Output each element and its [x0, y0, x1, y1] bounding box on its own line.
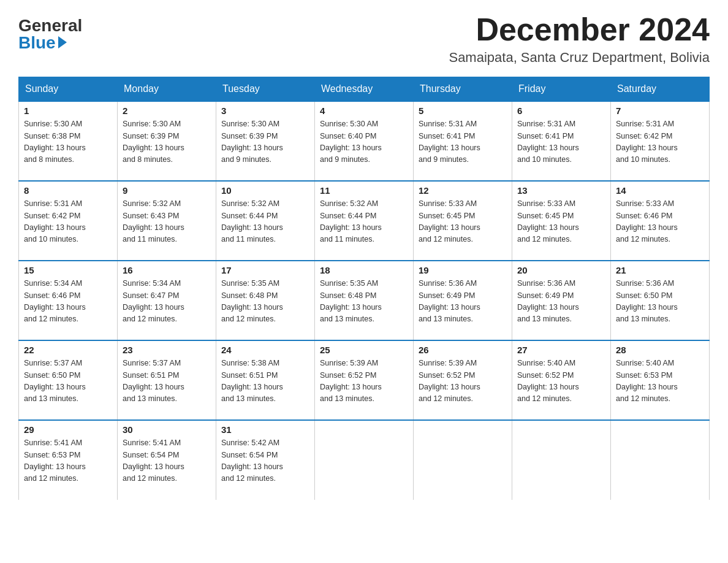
- day-number: 27: [517, 345, 605, 355]
- day-info: Sunrise: 5:30 AM Sunset: 6:39 PM Dayligh…: [123, 118, 211, 166]
- day-number: 30: [123, 424, 211, 435]
- calendar-cell: 23 Sunrise: 5:37 AM Sunset: 6:51 PM Dayl…: [118, 340, 216, 420]
- header: General Blue December 2024 Samaipata, Sa…: [18, 12, 710, 66]
- day-number: 21: [616, 265, 704, 275]
- calendar-cell: 11 Sunrise: 5:32 AM Sunset: 6:44 PM Dayl…: [315, 181, 414, 261]
- day-number: 4: [320, 105, 408, 116]
- day-number: 17: [221, 265, 309, 275]
- day-info: Sunrise: 5:35 AM Sunset: 6:48 PM Dayligh…: [320, 278, 408, 326]
- calendar-cell: 18 Sunrise: 5:35 AM Sunset: 6:48 PM Dayl…: [315, 261, 414, 340]
- calendar-week-3: 15 Sunrise: 5:34 AM Sunset: 6:46 PM Dayl…: [19, 261, 710, 340]
- day-info: Sunrise: 5:35 AM Sunset: 6:48 PM Dayligh…: [221, 278, 309, 326]
- day-number: 1: [24, 105, 112, 116]
- day-number: 22: [24, 345, 112, 355]
- calendar-week-2: 8 Sunrise: 5:31 AM Sunset: 6:42 PM Dayli…: [19, 181, 710, 261]
- day-number: 25: [320, 345, 408, 355]
- calendar-week-5: 29 Sunrise: 5:41 AM Sunset: 6:53 PM Dayl…: [19, 420, 710, 500]
- day-info: Sunrise: 5:39 AM Sunset: 6:52 PM Dayligh…: [419, 358, 507, 405]
- day-info: Sunrise: 5:40 AM Sunset: 6:52 PM Dayligh…: [517, 358, 605, 405]
- day-number: 29: [24, 424, 112, 435]
- day-number: 11: [320, 185, 408, 196]
- calendar-cell: [611, 420, 710, 500]
- calendar-week-4: 22 Sunrise: 5:37 AM Sunset: 6:50 PM Dayl…: [19, 340, 710, 420]
- calendar-cell: [414, 420, 512, 500]
- day-info: Sunrise: 5:33 AM Sunset: 6:46 PM Dayligh…: [616, 198, 704, 246]
- calendar-header-sunday: Sunday: [19, 77, 118, 102]
- day-number: 19: [419, 265, 507, 275]
- logo-triangle-icon: [58, 36, 67, 48]
- day-number: 3: [221, 105, 309, 116]
- calendar-header-saturday: Saturday: [611, 77, 710, 102]
- day-number: 10: [221, 185, 309, 196]
- day-info: Sunrise: 5:31 AM Sunset: 6:42 PM Dayligh…: [24, 198, 112, 246]
- day-number: 5: [419, 105, 507, 116]
- calendar-cell: 14 Sunrise: 5:33 AM Sunset: 6:46 PM Dayl…: [611, 181, 710, 261]
- calendar-cell: 31 Sunrise: 5:42 AM Sunset: 6:54 PM Dayl…: [216, 420, 315, 500]
- calendar-cell: 8 Sunrise: 5:31 AM Sunset: 6:42 PM Dayli…: [19, 181, 118, 261]
- day-number: 2: [123, 105, 211, 116]
- calendar-cell: 25 Sunrise: 5:39 AM Sunset: 6:52 PM Dayl…: [315, 340, 414, 420]
- calendar-cell: [315, 420, 414, 500]
- day-info: Sunrise: 5:41 AM Sunset: 6:54 PM Dayligh…: [123, 437, 211, 485]
- calendar-cell: 26 Sunrise: 5:39 AM Sunset: 6:52 PM Dayl…: [414, 340, 512, 420]
- day-info: Sunrise: 5:30 AM Sunset: 6:39 PM Dayligh…: [221, 118, 309, 166]
- day-number: 13: [517, 185, 605, 196]
- day-info: Sunrise: 5:32 AM Sunset: 6:44 PM Dayligh…: [320, 198, 408, 246]
- calendar-week-1: 1 Sunrise: 5:30 AM Sunset: 6:38 PM Dayli…: [19, 101, 710, 181]
- day-number: 8: [24, 185, 112, 196]
- location-title: Samaipata, Santa Cruz Department, Bolivi…: [449, 50, 710, 66]
- day-number: 9: [123, 185, 211, 196]
- calendar-table: SundayMondayTuesdayWednesdayThursdayFrid…: [18, 77, 710, 500]
- calendar-cell: 27 Sunrise: 5:40 AM Sunset: 6:52 PM Dayl…: [512, 340, 611, 420]
- calendar-cell: [512, 420, 611, 500]
- calendar-cell: 3 Sunrise: 5:30 AM Sunset: 6:39 PM Dayli…: [216, 101, 315, 181]
- day-info: Sunrise: 5:36 AM Sunset: 6:49 PM Dayligh…: [419, 278, 507, 326]
- calendar-cell: 29 Sunrise: 5:41 AM Sunset: 6:53 PM Dayl…: [19, 420, 118, 500]
- calendar-cell: 28 Sunrise: 5:40 AM Sunset: 6:53 PM Dayl…: [611, 340, 710, 420]
- day-info: Sunrise: 5:42 AM Sunset: 6:54 PM Dayligh…: [221, 437, 309, 485]
- day-number: 18: [320, 265, 408, 275]
- calendar-cell: 20 Sunrise: 5:36 AM Sunset: 6:49 PM Dayl…: [512, 261, 611, 340]
- day-number: 31: [221, 424, 309, 435]
- day-info: Sunrise: 5:33 AM Sunset: 6:45 PM Dayligh…: [517, 198, 605, 246]
- day-info: Sunrise: 5:31 AM Sunset: 6:42 PM Dayligh…: [616, 118, 704, 166]
- calendar-cell: 24 Sunrise: 5:38 AM Sunset: 6:51 PM Dayl…: [216, 340, 315, 420]
- calendar-cell: 13 Sunrise: 5:33 AM Sunset: 6:45 PM Dayl…: [512, 181, 611, 261]
- day-info: Sunrise: 5:31 AM Sunset: 6:41 PM Dayligh…: [517, 118, 605, 166]
- logo-blue-text: Blue: [18, 34, 67, 52]
- calendar-header-monday: Monday: [118, 77, 216, 102]
- day-info: Sunrise: 5:41 AM Sunset: 6:53 PM Dayligh…: [24, 437, 112, 485]
- day-info: Sunrise: 5:32 AM Sunset: 6:44 PM Dayligh…: [221, 198, 309, 246]
- calendar-cell: 19 Sunrise: 5:36 AM Sunset: 6:49 PM Dayl…: [414, 261, 512, 340]
- day-number: 15: [24, 265, 112, 275]
- calendar-cell: 1 Sunrise: 5:30 AM Sunset: 6:38 PM Dayli…: [19, 101, 118, 181]
- day-number: 28: [616, 345, 704, 355]
- calendar-cell: 4 Sunrise: 5:30 AM Sunset: 6:40 PM Dayli…: [315, 101, 414, 181]
- calendar-header-row: SundayMondayTuesdayWednesdayThursdayFrid…: [19, 77, 710, 102]
- logo-general-text: General: [18, 17, 82, 34]
- calendar-cell: 22 Sunrise: 5:37 AM Sunset: 6:50 PM Dayl…: [19, 340, 118, 420]
- calendar-cell: 12 Sunrise: 5:33 AM Sunset: 6:45 PM Dayl…: [414, 181, 512, 261]
- day-info: Sunrise: 5:39 AM Sunset: 6:52 PM Dayligh…: [320, 358, 408, 405]
- calendar-cell: 6 Sunrise: 5:31 AM Sunset: 6:41 PM Dayli…: [512, 101, 611, 181]
- day-info: Sunrise: 5:34 AM Sunset: 6:46 PM Dayligh…: [24, 278, 112, 326]
- day-number: 12: [419, 185, 507, 196]
- day-info: Sunrise: 5:36 AM Sunset: 6:50 PM Dayligh…: [616, 278, 704, 326]
- logo: General Blue: [18, 12, 82, 52]
- calendar-cell: 21 Sunrise: 5:36 AM Sunset: 6:50 PM Dayl…: [611, 261, 710, 340]
- calendar-cell: 10 Sunrise: 5:32 AM Sunset: 6:44 PM Dayl…: [216, 181, 315, 261]
- day-number: 23: [123, 345, 211, 355]
- calendar-cell: 5 Sunrise: 5:31 AM Sunset: 6:41 PM Dayli…: [414, 101, 512, 181]
- day-info: Sunrise: 5:34 AM Sunset: 6:47 PM Dayligh…: [123, 278, 211, 326]
- title-area: December 2024 Samaipata, Santa Cruz Depa…: [449, 12, 710, 66]
- day-info: Sunrise: 5:36 AM Sunset: 6:49 PM Dayligh…: [517, 278, 605, 326]
- day-info: Sunrise: 5:31 AM Sunset: 6:41 PM Dayligh…: [419, 118, 507, 166]
- calendar-cell: 15 Sunrise: 5:34 AM Sunset: 6:46 PM Dayl…: [19, 261, 118, 340]
- calendar-cell: 2 Sunrise: 5:30 AM Sunset: 6:39 PM Dayli…: [118, 101, 216, 181]
- calendar-header-thursday: Thursday: [414, 77, 512, 102]
- day-info: Sunrise: 5:37 AM Sunset: 6:51 PM Dayligh…: [123, 358, 211, 405]
- day-info: Sunrise: 5:37 AM Sunset: 6:50 PM Dayligh…: [24, 358, 112, 405]
- calendar-header-friday: Friday: [512, 77, 611, 102]
- day-number: 26: [419, 345, 507, 355]
- calendar-cell: 30 Sunrise: 5:41 AM Sunset: 6:54 PM Dayl…: [118, 420, 216, 500]
